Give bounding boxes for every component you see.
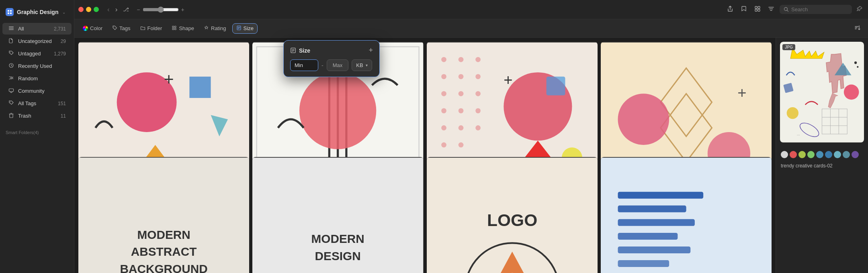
traffic-lights [78, 7, 99, 12]
sidebar-item-uncategorized[interactable]: Uncategorized 29 [2, 35, 72, 47]
sidebar-item-untagged-count: 1,279 [54, 51, 66, 57]
filter-rating-button[interactable]: Rating [200, 23, 230, 34]
sidebar-item-community[interactable]: Community [2, 85, 72, 97]
sidebar-item-random[interactable]: Random [2, 73, 72, 84]
filter-folder-label: Folder [147, 25, 162, 31]
nav-controls: ‹ › ⎇ [105, 5, 131, 14]
size-dropdown: Size + - Max KB ▾ [283, 40, 380, 77]
svg-text:LOGO: LOGO [487, 211, 537, 230]
svg-rect-105 [601, 158, 772, 273]
zoom-in-icon: + [181, 6, 184, 13]
back-button[interactable]: ‹ [105, 5, 112, 14]
svg-text:···: ··· [797, 132, 800, 137]
filter-size-button[interactable]: Size [232, 23, 258, 34]
gallery-item-8[interactable]: CATA... [601, 157, 772, 273]
sidebar-item-trash-count: 11 [61, 113, 66, 119]
gallery-item-5[interactable]: MODERN ABSTRACT BACKGROUND [78, 157, 249, 273]
recently-used-icon [8, 63, 14, 69]
svg-point-50 [475, 57, 481, 62]
svg-rect-4 [9, 26, 14, 27]
svg-rect-19 [172, 28, 174, 30]
filter-color-button[interactable]: Color [79, 23, 106, 33]
svg-rect-6 [9, 29, 14, 30]
svg-point-60 [441, 125, 446, 130]
sidebar-header-icon [6, 8, 14, 16]
svg-rect-3 [10, 12, 12, 14]
zoom-slider[interactable]: − + [137, 6, 184, 13]
svg-point-40 [299, 72, 376, 149]
sidebar-item-all-tags-label: All Tags [18, 100, 54, 106]
size-unit-selector[interactable]: KB ▾ [352, 59, 372, 71]
color-swatch-teal1[interactable] [834, 151, 841, 158]
color-filter-icon [83, 26, 88, 31]
svg-rect-5 [9, 28, 14, 29]
size-dropdown-add-button[interactable]: + [368, 46, 373, 55]
sidebar-item-random-label: Random [18, 75, 66, 81]
titlebar: ‹ › ⎇ − + [74, 0, 868, 19]
gallery-item-6[interactable]: MODERN DESIGN [252, 157, 423, 273]
sidebar-item-recently-used[interactable]: Recently Used [2, 60, 72, 72]
preview-image-container: JPG [780, 42, 864, 144]
svg-text:BACKGROUND: BACKGROUND [120, 262, 208, 273]
bookmark-button[interactable] [739, 4, 749, 15]
svg-point-54 [441, 91, 446, 96]
color-swatch-purple[interactable] [852, 151, 859, 158]
color-swatch-yellow-green[interactable] [798, 151, 806, 158]
svg-point-59 [475, 108, 481, 113]
shape-filter-icon [172, 25, 177, 32]
close-button[interactable] [78, 7, 84, 12]
sidebar-item-untagged[interactable]: Untagged 1,279 [2, 48, 72, 59]
color-swatch-green[interactable] [807, 151, 815, 158]
forward-button[interactable]: › [113, 5, 120, 14]
svg-point-61 [458, 125, 463, 130]
gallery-item-7[interactable]: LOGO LOGO [427, 157, 598, 273]
svg-point-77 [618, 94, 669, 145]
svg-rect-14 [758, 9, 760, 11]
sidebar-item-recently-used-label: Recently Used [18, 63, 66, 69]
svg-rect-9 [9, 89, 14, 92]
sidebar-header[interactable]: Graphic Design ⌄ [0, 4, 74, 22]
size-max-button[interactable]: Max [327, 59, 349, 71]
sidebar-item-all[interactable]: All 2,731 [2, 23, 72, 35]
filter-shape-label: Shape [179, 25, 194, 31]
random-icon [8, 75, 14, 82]
color-swatch-red[interactable] [790, 151, 797, 158]
svg-rect-111 [618, 260, 669, 267]
color-swatch-gray[interactable] [781, 151, 788, 158]
sidebar-item-trash[interactable]: Trash 11 [2, 110, 72, 122]
filter-tags-button[interactable]: Tags [108, 23, 134, 34]
filter-icon-button[interactable] [766, 4, 776, 15]
svg-point-128 [854, 61, 857, 64]
filter-bar: Color Tags Folder Shape Rating [74, 19, 868, 38]
branch-button[interactable]: ⎇ [121, 6, 131, 13]
search-input[interactable] [791, 6, 839, 12]
pin-button[interactable] [855, 4, 864, 14]
layout-button[interactable] [752, 4, 763, 15]
tags-filter-icon [112, 25, 117, 32]
filter-sort-button[interactable] [852, 23, 863, 34]
svg-rect-13 [755, 9, 757, 11]
uncategorized-icon [8, 38, 14, 45]
svg-point-58 [458, 108, 463, 113]
zoom-range-input[interactable] [143, 6, 179, 13]
search-icon [784, 7, 789, 12]
maximize-button[interactable] [94, 7, 99, 12]
color-swatch-blue2[interactable] [825, 151, 832, 158]
svg-point-7 [10, 52, 11, 53]
share-button[interactable] [725, 4, 735, 15]
sidebar-chevron-icon: ⌄ [62, 10, 66, 14]
size-controls: - Max KB ▾ [290, 59, 373, 71]
gallery: + + + Lorem Ipsum [74, 38, 776, 273]
svg-rect-18 [175, 26, 176, 28]
sidebar-item-all-tags[interactable]: All Tags 151 [2, 98, 72, 109]
search-bar[interactable] [780, 5, 852, 14]
filter-shape-button[interactable]: Shape [168, 23, 198, 34]
minimize-button[interactable] [86, 7, 91, 12]
main-area: ‹ › ⎇ − + [74, 0, 868, 273]
svg-rect-2 [8, 12, 9, 14]
zoom-out-icon: − [137, 6, 140, 13]
color-swatch-blue1[interactable] [816, 151, 823, 158]
size-min-input[interactable] [290, 59, 318, 71]
filter-folder-button[interactable]: Folder [137, 23, 166, 34]
color-swatch-teal2[interactable] [843, 151, 850, 158]
